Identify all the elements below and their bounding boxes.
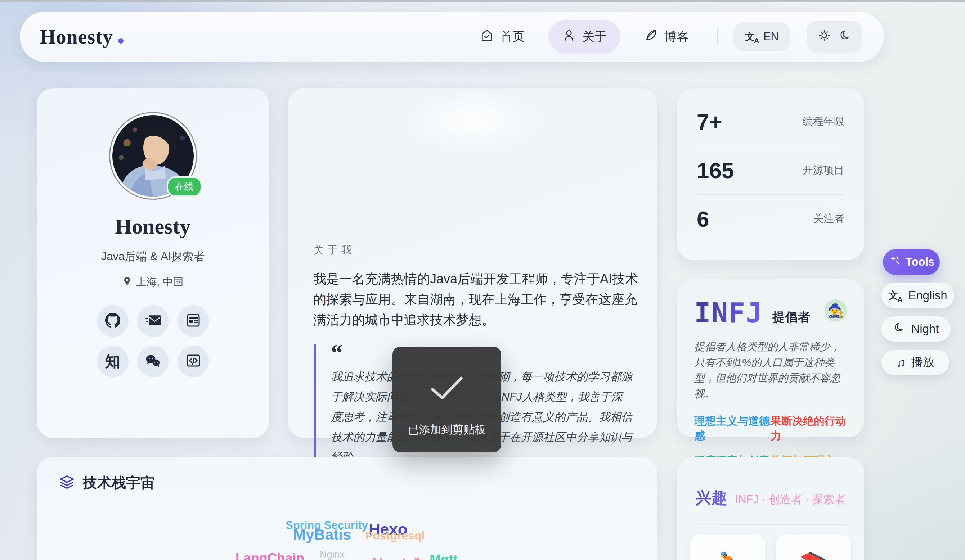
- nav-item-about[interactable]: 关于: [548, 20, 620, 54]
- stats-card: 7+ 编程年限 165 开源项目 6 关注者: [677, 88, 864, 260]
- moon-icon: [839, 29, 852, 45]
- mbti-mascot-avatar: 🧙: [824, 299, 847, 322]
- language-toggle-button[interactable]: 文A EN: [733, 22, 790, 51]
- stat-row: 6 关注者: [697, 195, 844, 243]
- interests-header: 兴趣 INFJ · 创造者 · 探索者: [677, 457, 864, 509]
- stat-value: 165: [697, 158, 734, 183]
- tech-stack-card: 技术栈宇宙 Spring Security MyBatis Hexo Postg…: [37, 457, 657, 560]
- blog-card-icon: [185, 312, 201, 330]
- moon-icon: [893, 322, 905, 336]
- clipboard-toast: 已添加到剪贴板: [393, 346, 501, 452]
- stat-value: 6: [697, 206, 709, 232]
- zhihu-icon: 知: [105, 351, 120, 371]
- night-mode-label: Night: [911, 322, 939, 336]
- stat-label: 编程年限: [803, 114, 844, 129]
- about-section-label: 关于我: [313, 243, 355, 257]
- check-icon: [427, 346, 467, 403]
- github-icon: [105, 312, 121, 330]
- navbar: Honesty 首页 关于 博客 文A EN: [20, 11, 884, 62]
- interest-tile-reading[interactable]: 📚: [776, 535, 851, 560]
- nav-item-blog[interactable]: 博客: [630, 20, 703, 54]
- cycling-emoji: 🚴: [714, 551, 741, 560]
- home-icon: [480, 28, 494, 45]
- stat-row: 165 开源项目: [697, 146, 844, 194]
- tools-button[interactable]: Tools: [883, 249, 940, 275]
- magic-wand-icon: [888, 255, 901, 269]
- social-links: 知: [97, 305, 209, 377]
- user-icon: [562, 28, 576, 45]
- interests-divider: [692, 524, 849, 525]
- language-switch-label: English: [908, 289, 947, 302]
- tech-tag[interactable]: MyBatis: [293, 526, 351, 544]
- screen-top-edge: [0, 0, 965, 2]
- feather-icon: [644, 28, 658, 45]
- profile-title: Java后端 & AI探索者: [37, 249, 269, 264]
- music-play-button[interactable]: ♫ 播放: [882, 350, 949, 375]
- stat-label: 关注者: [813, 212, 844, 226]
- stat-value: 7+: [697, 109, 722, 135]
- profile-card: 在线 Honesty Java后端 & AI探索者 上海, 中国 知: [37, 88, 269, 438]
- nav-item-label: 关于: [582, 28, 607, 45]
- mbti-description: 提倡者人格类型的人非常稀少，只有不到1%的人口属于这种类型，但他们对世界的贡献不…: [694, 339, 847, 402]
- tech-divider: [37, 506, 657, 506]
- tech-tag[interactable]: LangChain: [236, 551, 304, 560]
- nav-item-label: 博客: [664, 28, 689, 45]
- about-paragraph: 我是一名充满热情的Java后端开发工程师，专注于AI技术的探索与应用。来自湖南，…: [313, 269, 641, 330]
- sun-icon: [818, 29, 831, 45]
- tech-tag[interactable]: Next.Js: [371, 554, 429, 560]
- mbti-header: INFJ 提倡者 🧙: [694, 297, 847, 329]
- mbti-card: INFJ 提倡者 🧙 提倡者人格类型的人非常稀少，只有不到1%的人口属于这种类型…: [677, 279, 864, 437]
- tools-button-label: Tools: [906, 256, 934, 268]
- email-link[interactable]: [137, 305, 169, 337]
- tech-tag[interactable]: Mqtt: [430, 552, 458, 560]
- stat-label: 开源项目: [803, 163, 844, 178]
- site-logo[interactable]: Honesty: [40, 25, 124, 48]
- logo-dot-icon: [118, 38, 124, 44]
- interests-card: 兴趣 INFJ · 创造者 · 探索者 🚴 📚: [677, 457, 864, 560]
- translate-icon: 文A: [889, 289, 903, 302]
- code-box-icon: [185, 353, 201, 370]
- profile-name: Honesty: [37, 214, 269, 239]
- tech-stack-title: 技术栈宇宙: [83, 473, 155, 493]
- site-logo-text: Honesty: [40, 25, 113, 48]
- translate-icon: 文A: [745, 30, 759, 43]
- mail-send-icon: [145, 312, 161, 330]
- mbti-trait: 理想主义与道德感: [694, 414, 770, 443]
- status-badge: 在线: [167, 176, 202, 197]
- profile-location-text: 上海, 中国: [136, 275, 183, 289]
- theme-toggle-button[interactable]: [807, 21, 862, 52]
- tech-tag[interactable]: Postgresql: [365, 529, 425, 542]
- mbti-type: INFJ: [694, 297, 763, 329]
- interest-tile-cycling[interactable]: 🚴: [690, 535, 765, 560]
- avatar-wrap: 在线: [109, 112, 197, 200]
- books-emoji: 📚: [799, 551, 827, 560]
- night-mode-button[interactable]: Night: [882, 316, 950, 341]
- nav-divider: [717, 28, 718, 45]
- wechat-link[interactable]: [137, 346, 169, 377]
- interest-tiles: 🚴 📚: [677, 535, 864, 560]
- mbti-type-label: 提倡者: [772, 309, 810, 326]
- location-pin-icon: [122, 276, 132, 289]
- nav-links: 首页 关于 博客 文A EN: [466, 20, 862, 54]
- wechat-icon: [145, 353, 161, 370]
- nav-item-label: 首页: [500, 28, 525, 45]
- code-profile-link[interactable]: [178, 346, 209, 377]
- language-toggle-label: EN: [763, 30, 779, 43]
- stat-row: 7+ 编程年限: [697, 98, 844, 146]
- language-switch-button[interactable]: 文A English: [882, 283, 954, 308]
- layers-icon: [59, 474, 75, 491]
- interests-title: 兴趣: [696, 487, 727, 509]
- tech-stack-header: 技术栈宇宙: [59, 473, 155, 493]
- profile-location: 上海, 中国: [122, 275, 183, 289]
- mbti-trait: 果断决绝的行动力: [770, 414, 847, 443]
- tech-tag[interactable]: Nginx: [320, 549, 345, 560]
- github-link[interactable]: [97, 305, 129, 337]
- toast-message: 已添加到剪贴板: [408, 422, 486, 437]
- zhihu-link[interactable]: 知: [97, 346, 129, 377]
- blog-link[interactable]: [178, 305, 209, 337]
- nav-item-home[interactable]: 首页: [466, 20, 538, 54]
- music-note-icon: ♫: [896, 356, 906, 370]
- interests-subtitle: INFJ · 创造者 · 探索者: [735, 492, 846, 507]
- music-play-label: 播放: [911, 354, 934, 370]
